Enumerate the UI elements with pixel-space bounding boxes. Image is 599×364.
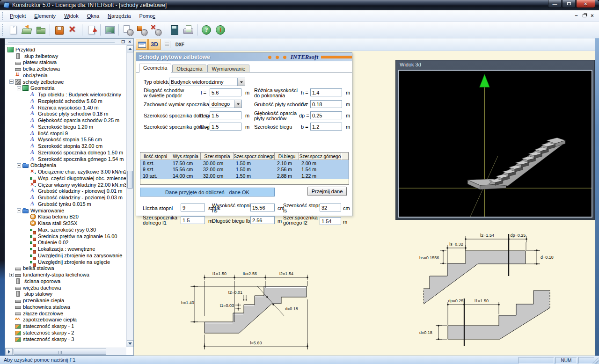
tree-item[interactable]: Otulenie 0.02	[6, 240, 126, 246]
collapse-icon[interactable]	[17, 163, 21, 167]
result-lower-input[interactable]	[181, 216, 205, 224]
tree-item[interactable]: Obciążenie char. użytkowe 3.00 kN/m2	[6, 168, 126, 175]
object-type-select[interactable]: Budynek wielorodzinny	[169, 78, 245, 86]
tree-panel-grip[interactable]: ❐ ✕	[5, 39, 133, 45]
view-form-button[interactable]	[136, 39, 148, 50]
view-3d-button[interactable]: 3D	[148, 39, 161, 50]
tree-item[interactable]: Grubość okładziny - poziomej 0.03 m	[6, 194, 126, 201]
mdi-close-button[interactable]: ×	[588, 12, 596, 19]
menu-grip[interactable]	[2, 12, 3, 20]
tree-panel-pin-button[interactable]: ❐	[120, 39, 126, 44]
collapse-icon[interactable]	[17, 208, 21, 212]
tree-item[interactable]: Grubość okładziny - pionowej 0.01 m	[6, 188, 126, 195]
step-width-input[interactable]	[320, 204, 341, 211]
title-bar[interactable]: Konstruktor 5.0 - Licencja dla: INTERsof…	[0, 0, 599, 10]
tree-item[interactable]: Głębokość oparcia schodów 0.25 m	[6, 117, 126, 124]
tree-item[interactable]: Grubość płyty schodów 0.18 m	[6, 111, 126, 117]
tree-item[interactable]: Grubość tynku 0.015 m	[6, 201, 126, 207]
column-header[interactable]: Szer.spocz.dolnego	[234, 153, 275, 160]
tree-item[interactable]: fundamenty-stopa kielichowa	[6, 271, 126, 278]
delete-element-button[interactable]	[66, 23, 80, 36]
tree-item[interactable]: obciążenia	[6, 72, 126, 79]
collapse-icon[interactable]	[9, 80, 14, 84]
vertical-scroll-thumb[interactable]	[127, 171, 133, 189]
tree-item[interactable]: schody żelbetowe	[6, 79, 126, 85]
flight-length-input[interactable]	[250, 216, 275, 224]
table-row[interactable]: 9 szt.15.56 cm32.00 cm1.50 m2.56 m1.54 m	[140, 167, 349, 173]
tree-item[interactable]: Szerokość spocznika dolnego 1.50 m	[6, 149, 126, 156]
minimize-button[interactable]: —	[548, 0, 562, 8]
calc-settings-button[interactable]	[121, 23, 134, 36]
help-button[interactable]	[200, 23, 213, 36]
expand-icon[interactable]	[9, 273, 14, 277]
tree-item[interactable]: stateczność skarpy - 1	[6, 323, 126, 329]
tab-wymiarowanie[interactable]: Wymiarowanie	[207, 65, 249, 73]
tree-item[interactable]: Ilość stopni 9	[6, 130, 126, 137]
tree-item[interactable]: Szerokość stopnia 32.00 cm	[6, 143, 126, 149]
scroll-up-button[interactable]	[127, 45, 133, 52]
chevron-down-icon[interactable]	[237, 78, 245, 86]
menu-pomoc[interactable]: Pomoc	[135, 12, 160, 20]
tree-item[interactable]: Średnica prętów na zginanie 16.00	[6, 233, 126, 240]
column-header[interactable]: Dł.biegu	[275, 153, 299, 160]
tree-item[interactable]: Wsp. części długotrwałej obc. zmiennego …	[6, 175, 126, 182]
calculator-button[interactable]	[168, 23, 181, 36]
tree-item[interactable]: stateczność skarpy - 2	[6, 329, 126, 336]
tree-item[interactable]: Przykład	[6, 46, 126, 53]
tree-item[interactable]: belka stalowa	[6, 265, 126, 272]
tree-item[interactable]: Różnica wysokości 1.40 m	[6, 104, 126, 111]
tree-item[interactable]: Uwzględnij zbrojenie na zarysowanie	[6, 252, 126, 259]
tab-geometria[interactable]: Geometria	[139, 64, 171, 73]
column-header[interactable]: Ilość stopni	[140, 153, 170, 160]
tree-item[interactable]: Max. szerokość rysy 0.30	[6, 226, 126, 233]
column-header[interactable]: Wys.stopnia	[170, 153, 201, 160]
table-row[interactable]: 10 szt.14.00 cm32.00 cm1.50 m2.88 m1.22 …	[140, 173, 349, 179]
height-input[interactable]	[310, 88, 342, 96]
chevron-down-icon[interactable]	[234, 100, 241, 108]
bearing-input[interactable]	[310, 111, 342, 119]
open-project-button[interactable]	[20, 23, 33, 36]
export-dxf-button[interactable]: DXF	[174, 39, 186, 50]
tree-item[interactable]: więźba dachowa	[6, 284, 126, 291]
tree-item[interactable]: złącze doczołowe	[6, 310, 126, 317]
flight-width-input[interactable]	[310, 123, 342, 131]
project-folder-button[interactable]	[34, 23, 47, 36]
tree-item[interactable]: blachownica stalowa	[6, 304, 126, 310]
tree-item[interactable]: Obciążenia	[6, 162, 126, 169]
maximize-button[interactable]	[562, 0, 576, 8]
mdi-restore-button[interactable]	[580, 12, 588, 19]
dialog-title-bar[interactable]: Schody płytowe żelbetowe INTERsoft	[136, 53, 352, 61]
about-button[interactable]	[214, 23, 227, 36]
tree-item[interactable]: belka żelbetowa	[6, 66, 126, 72]
tree-item[interactable]: stateczność skarpy - 3	[6, 336, 126, 342]
tree-item[interactable]: Klasa stali St3SX	[6, 220, 126, 226]
tree-item[interactable]: Szerokość biegu 1.20 m	[6, 124, 126, 130]
tree-item[interactable]: Klasa betonu B20	[6, 214, 126, 220]
tree-item[interactable]: przenikanie ciepła	[6, 297, 126, 304]
tree-horizontal-scrollbar[interactable]	[5, 348, 126, 355]
scroll-down-button[interactable]	[127, 340, 133, 347]
tree-item[interactable]: słup żelbetowy	[6, 53, 126, 59]
tree-item[interactable]: zapotrzebowanie ciepła	[6, 317, 126, 323]
report-export-button[interactable]	[85, 23, 98, 36]
screen-preview-button[interactable]	[103, 23, 116, 36]
save-project-button[interactable]	[52, 23, 66, 36]
keep-landing-select[interactable]: dolnego	[210, 100, 242, 108]
result-upper-input[interactable]	[320, 217, 341, 225]
tree-item[interactable]: ściana oporowa	[6, 278, 126, 284]
tree-panel-close-button[interactable]: ✕	[127, 39, 132, 44]
close-button[interactable]: ✕	[576, 0, 595, 8]
tree-item[interactable]: Szerokość spocznika górnego 1.54 m	[6, 156, 126, 162]
scroll-right-button[interactable]	[5, 348, 13, 355]
lower-landing-input[interactable]	[210, 111, 241, 119]
tree-vertical-scrollbar[interactable]	[126, 45, 133, 347]
length-input[interactable]	[210, 88, 241, 96]
menu-okna[interactable]: Okna	[83, 12, 103, 20]
tree-item[interactable]: Lokalizacja : wewnętrzne	[6, 246, 126, 252]
menu-elementy[interactable]: Elementy	[30, 12, 60, 20]
tree-item[interactable]: Typ obiektu : Budynek wielorodzinny	[6, 91, 126, 98]
tab-obciazenia[interactable]: Obciążenia	[172, 65, 206, 73]
collapse-icon[interactable]	[17, 86, 21, 90]
delete-calc-button[interactable]	[149, 23, 162, 36]
menu-narzedzia[interactable]: Narzędzia	[103, 12, 135, 20]
